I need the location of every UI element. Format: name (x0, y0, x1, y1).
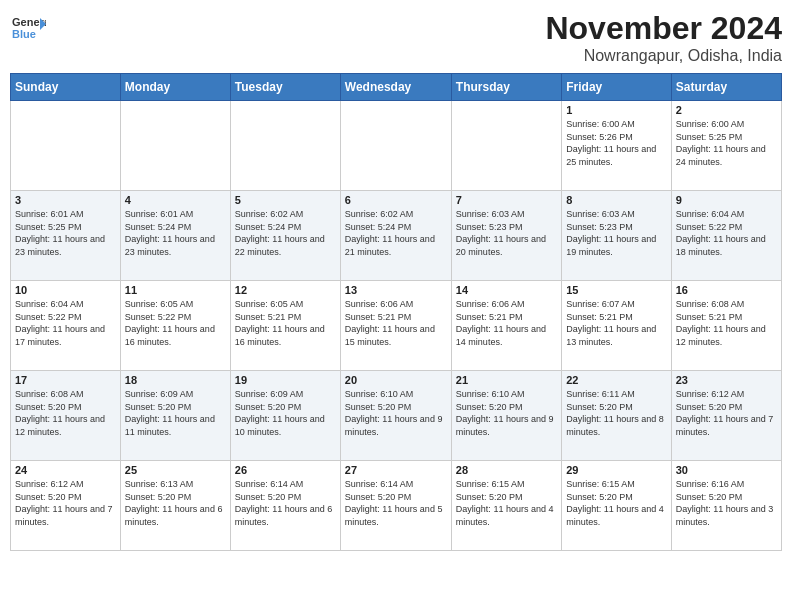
day-number: 18 (125, 374, 226, 386)
column-header-monday: Monday (120, 74, 230, 101)
calendar-cell: 25Sunrise: 6:13 AM Sunset: 5:20 PM Dayli… (120, 461, 230, 551)
calendar-week-row: 3Sunrise: 6:01 AM Sunset: 5:25 PM Daylig… (11, 191, 782, 281)
day-number: 8 (566, 194, 666, 206)
calendar-cell: 19Sunrise: 6:09 AM Sunset: 5:20 PM Dayli… (230, 371, 340, 461)
calendar-cell: 26Sunrise: 6:14 AM Sunset: 5:20 PM Dayli… (230, 461, 340, 551)
day-number: 23 (676, 374, 777, 386)
day-info: Sunrise: 6:14 AM Sunset: 5:20 PM Dayligh… (235, 478, 336, 528)
day-info: Sunrise: 6:07 AM Sunset: 5:21 PM Dayligh… (566, 298, 666, 348)
calendar-cell (451, 101, 561, 191)
calendar-cell: 8Sunrise: 6:03 AM Sunset: 5:23 PM Daylig… (562, 191, 671, 281)
calendar-cell: 15Sunrise: 6:07 AM Sunset: 5:21 PM Dayli… (562, 281, 671, 371)
day-number: 25 (125, 464, 226, 476)
calendar-cell: 29Sunrise: 6:15 AM Sunset: 5:20 PM Dayli… (562, 461, 671, 551)
day-info: Sunrise: 6:03 AM Sunset: 5:23 PM Dayligh… (456, 208, 557, 258)
day-info: Sunrise: 6:01 AM Sunset: 5:24 PM Dayligh… (125, 208, 226, 258)
calendar-week-row: 17Sunrise: 6:08 AM Sunset: 5:20 PM Dayli… (11, 371, 782, 461)
logo-icon: General Blue (10, 10, 46, 46)
day-info: Sunrise: 6:12 AM Sunset: 5:20 PM Dayligh… (676, 388, 777, 438)
day-number: 19 (235, 374, 336, 386)
day-number: 14 (456, 284, 557, 296)
day-number: 30 (676, 464, 777, 476)
day-info: Sunrise: 6:08 AM Sunset: 5:20 PM Dayligh… (15, 388, 116, 438)
title-area: November 2024 Nowrangapur, Odisha, India (545, 10, 782, 65)
calendar-cell: 17Sunrise: 6:08 AM Sunset: 5:20 PM Dayli… (11, 371, 121, 461)
day-number: 27 (345, 464, 447, 476)
calendar-cell: 11Sunrise: 6:05 AM Sunset: 5:22 PM Dayli… (120, 281, 230, 371)
calendar-cell: 6Sunrise: 6:02 AM Sunset: 5:24 PM Daylig… (340, 191, 451, 281)
day-number: 16 (676, 284, 777, 296)
calendar-cell: 14Sunrise: 6:06 AM Sunset: 5:21 PM Dayli… (451, 281, 561, 371)
day-info: Sunrise: 6:06 AM Sunset: 5:21 PM Dayligh… (345, 298, 447, 348)
calendar-cell: 5Sunrise: 6:02 AM Sunset: 5:24 PM Daylig… (230, 191, 340, 281)
location-subtitle: Nowrangapur, Odisha, India (545, 47, 782, 65)
day-number: 29 (566, 464, 666, 476)
day-info: Sunrise: 6:08 AM Sunset: 5:21 PM Dayligh… (676, 298, 777, 348)
day-number: 10 (15, 284, 116, 296)
day-number: 2 (676, 104, 777, 116)
calendar-cell: 3Sunrise: 6:01 AM Sunset: 5:25 PM Daylig… (11, 191, 121, 281)
calendar-cell: 9Sunrise: 6:04 AM Sunset: 5:22 PM Daylig… (671, 191, 781, 281)
day-info: Sunrise: 6:05 AM Sunset: 5:21 PM Dayligh… (235, 298, 336, 348)
calendar-cell: 13Sunrise: 6:06 AM Sunset: 5:21 PM Dayli… (340, 281, 451, 371)
calendar-table: SundayMondayTuesdayWednesdayThursdayFrid… (10, 73, 782, 551)
day-info: Sunrise: 6:16 AM Sunset: 5:20 PM Dayligh… (676, 478, 777, 528)
calendar-cell: 20Sunrise: 6:10 AM Sunset: 5:20 PM Dayli… (340, 371, 451, 461)
calendar-cell: 2Sunrise: 6:00 AM Sunset: 5:25 PM Daylig… (671, 101, 781, 191)
calendar-cell: 10Sunrise: 6:04 AM Sunset: 5:22 PM Dayli… (11, 281, 121, 371)
day-info: Sunrise: 6:14 AM Sunset: 5:20 PM Dayligh… (345, 478, 447, 528)
day-info: Sunrise: 6:15 AM Sunset: 5:20 PM Dayligh… (456, 478, 557, 528)
day-info: Sunrise: 6:05 AM Sunset: 5:22 PM Dayligh… (125, 298, 226, 348)
calendar-cell: 28Sunrise: 6:15 AM Sunset: 5:20 PM Dayli… (451, 461, 561, 551)
calendar-cell: 30Sunrise: 6:16 AM Sunset: 5:20 PM Dayli… (671, 461, 781, 551)
calendar-cell: 27Sunrise: 6:14 AM Sunset: 5:20 PM Dayli… (340, 461, 451, 551)
calendar-cell (11, 101, 121, 191)
calendar-week-row: 24Sunrise: 6:12 AM Sunset: 5:20 PM Dayli… (11, 461, 782, 551)
column-header-tuesday: Tuesday (230, 74, 340, 101)
day-info: Sunrise: 6:11 AM Sunset: 5:20 PM Dayligh… (566, 388, 666, 438)
day-info: Sunrise: 6:00 AM Sunset: 5:25 PM Dayligh… (676, 118, 777, 168)
calendar-header-row: SundayMondayTuesdayWednesdayThursdayFrid… (11, 74, 782, 101)
calendar-cell: 18Sunrise: 6:09 AM Sunset: 5:20 PM Dayli… (120, 371, 230, 461)
calendar-cell: 24Sunrise: 6:12 AM Sunset: 5:20 PM Dayli… (11, 461, 121, 551)
day-info: Sunrise: 6:04 AM Sunset: 5:22 PM Dayligh… (15, 298, 116, 348)
day-info: Sunrise: 6:01 AM Sunset: 5:25 PM Dayligh… (15, 208, 116, 258)
column-header-wednesday: Wednesday (340, 74, 451, 101)
day-info: Sunrise: 6:00 AM Sunset: 5:26 PM Dayligh… (566, 118, 666, 168)
day-info: Sunrise: 6:02 AM Sunset: 5:24 PM Dayligh… (235, 208, 336, 258)
day-number: 5 (235, 194, 336, 206)
day-info: Sunrise: 6:10 AM Sunset: 5:20 PM Dayligh… (456, 388, 557, 438)
day-number: 12 (235, 284, 336, 296)
calendar-cell: 12Sunrise: 6:05 AM Sunset: 5:21 PM Dayli… (230, 281, 340, 371)
calendar-cell: 22Sunrise: 6:11 AM Sunset: 5:20 PM Dayli… (562, 371, 671, 461)
day-number: 13 (345, 284, 447, 296)
day-number: 15 (566, 284, 666, 296)
day-number: 17 (15, 374, 116, 386)
month-title: November 2024 (545, 10, 782, 47)
day-info: Sunrise: 6:02 AM Sunset: 5:24 PM Dayligh… (345, 208, 447, 258)
day-number: 3 (15, 194, 116, 206)
calendar-cell: 16Sunrise: 6:08 AM Sunset: 5:21 PM Dayli… (671, 281, 781, 371)
day-info: Sunrise: 6:09 AM Sunset: 5:20 PM Dayligh… (235, 388, 336, 438)
day-number: 24 (15, 464, 116, 476)
day-info: Sunrise: 6:12 AM Sunset: 5:20 PM Dayligh… (15, 478, 116, 528)
day-number: 22 (566, 374, 666, 386)
header: General Blue November 2024 Nowrangapur, … (10, 10, 782, 65)
calendar-cell (340, 101, 451, 191)
day-info: Sunrise: 6:09 AM Sunset: 5:20 PM Dayligh… (125, 388, 226, 438)
day-info: Sunrise: 6:03 AM Sunset: 5:23 PM Dayligh… (566, 208, 666, 258)
day-number: 20 (345, 374, 447, 386)
calendar-cell (230, 101, 340, 191)
logo: General Blue (10, 10, 46, 46)
calendar-cell: 23Sunrise: 6:12 AM Sunset: 5:20 PM Dayli… (671, 371, 781, 461)
column-header-sunday: Sunday (11, 74, 121, 101)
calendar-cell (120, 101, 230, 191)
day-info: Sunrise: 6:13 AM Sunset: 5:20 PM Dayligh… (125, 478, 226, 528)
calendar-week-row: 1Sunrise: 6:00 AM Sunset: 5:26 PM Daylig… (11, 101, 782, 191)
svg-text:Blue: Blue (12, 28, 36, 40)
column-header-saturday: Saturday (671, 74, 781, 101)
day-number: 7 (456, 194, 557, 206)
calendar-cell: 1Sunrise: 6:00 AM Sunset: 5:26 PM Daylig… (562, 101, 671, 191)
calendar-week-row: 10Sunrise: 6:04 AM Sunset: 5:22 PM Dayli… (11, 281, 782, 371)
day-number: 9 (676, 194, 777, 206)
